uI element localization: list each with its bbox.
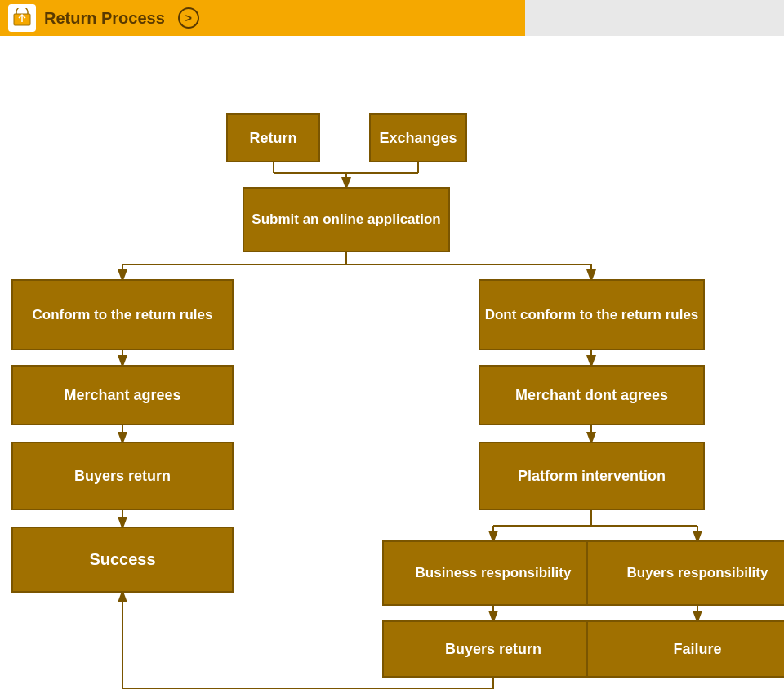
merchant-dont-box: Merchant dont agrees [479, 365, 705, 425]
success-box: Success [11, 527, 234, 593]
exchanges-box: Exchanges [369, 113, 467, 162]
flowchart-area: Return Exchanges Submit an online applic… [0, 36, 784, 689]
buyers-return-right-box: Buyers return [382, 620, 604, 678]
buyers-resp-box: Buyers responsibility [586, 540, 784, 606]
failure-box: Failure [586, 620, 784, 678]
conform-box: Conform to the return rules [11, 279, 234, 350]
return-box: Return [226, 113, 320, 162]
header-icon [8, 4, 36, 32]
merchant-agrees-box: Merchant agrees [11, 365, 234, 425]
header: Return Process > [0, 0, 784, 36]
business-resp-box: Business responsibility [382, 540, 604, 606]
submit-box: Submit an online application [243, 187, 450, 252]
dont-conform-box: Dont conform to the return rules [479, 279, 705, 350]
buyers-return-left-box: Buyers return [11, 442, 234, 510]
page-title: Return Process [44, 9, 165, 28]
platform-box: Platform intervention [479, 442, 705, 510]
chevron-icon[interactable]: > [178, 7, 199, 29]
